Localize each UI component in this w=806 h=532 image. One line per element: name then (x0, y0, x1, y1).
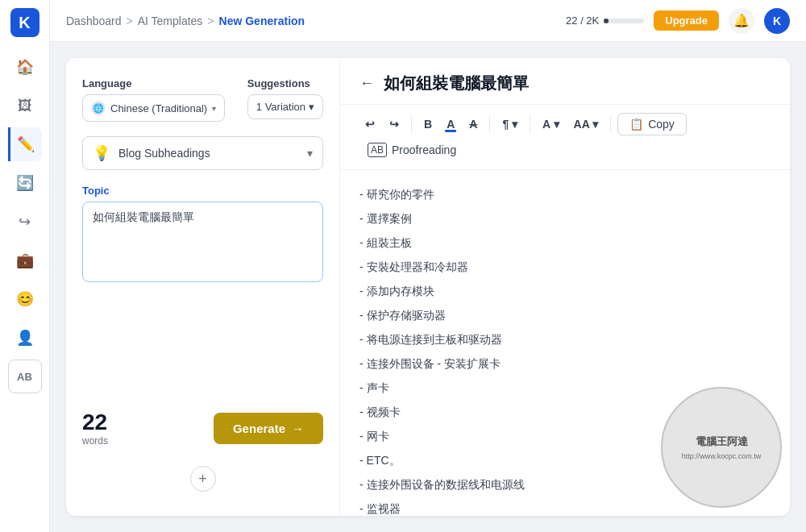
notification-button[interactable]: 🔔 (729, 8, 754, 34)
sidebar-item-edit[interactable]: ✏️ (8, 127, 42, 161)
sidebar-item-home[interactable]: 🏠 (8, 50, 42, 84)
avatar-button[interactable]: K (764, 8, 790, 34)
suggestions-section: Suggestions 1 Variation ▾ (247, 77, 323, 122)
editor-title: 如何組裝電腦最簡單 (384, 73, 529, 94)
topbar: Dashboard > AI Templates > New Generatio… (50, 0, 806, 42)
topic-section: Topic 如何組裝電腦最簡單 (82, 185, 323, 285)
topbar-right: 22 / 2K Upgrade 🔔 K (566, 8, 790, 34)
template-icon: 💡 (93, 144, 110, 162)
sidebar-item-refresh[interactable]: 🔄 (8, 166, 42, 200)
font-size-button[interactable]: A ▾ (537, 114, 564, 135)
word-count-section: 22 words (82, 409, 108, 447)
sidebar-item-image[interactable]: 🖼 (8, 89, 42, 123)
suggestions-selector[interactable]: 1 Variation ▾ (247, 94, 323, 119)
content-line: - ETC。 (359, 449, 771, 472)
toolbar-separator-4 (610, 116, 611, 132)
back-button[interactable]: ← (359, 75, 374, 92)
content-line: - 組裝主板 (359, 231, 771, 254)
chevron-down-icon: ▾ (309, 101, 314, 113)
content-line: - 保护存储驱动器 (359, 304, 771, 326)
topic-input[interactable]: 如何組裝電腦最簡單 (82, 202, 323, 282)
toolbar-separator-3 (530, 116, 530, 132)
sidebar-item-emoji[interactable]: 😊 (8, 282, 42, 316)
proofread-icon: AB (368, 143, 387, 157)
editor-content[interactable]: - 研究你的零件- 選擇案例- 組裝主板- 安裝处理器和冷却器- 添加内存模块-… (340, 170, 790, 516)
word-count-label: words (82, 435, 108, 447)
arrow-right-icon: → (292, 422, 304, 435)
content-line: - 视频卡 (359, 401, 771, 423)
breadcrumb-sep2: > (207, 15, 214, 27)
add-row: + (82, 461, 323, 497)
proofreading-button[interactable]: AB Proofreading (359, 139, 464, 161)
proofread-label: Proofreading (392, 143, 456, 156)
template-section: 💡 Blog Subheadings ▾ (82, 136, 323, 170)
font-size-aa-button[interactable]: AA ▾ (568, 114, 604, 135)
editor-toolbar: ↩ ↪ B A A ¶ ▾ A ▾ AA ▾ 📋 Copy (340, 105, 790, 170)
add-button[interactable]: + (190, 466, 216, 492)
editor-header: ← 如何組裝電腦最簡單 (340, 58, 790, 105)
breadcrumb-parent[interactable]: AI Templates (138, 15, 203, 27)
breadcrumb-sep1: > (127, 15, 133, 27)
breadcrumb: Dashboard > AI Templates > New Generatio… (66, 15, 305, 27)
language-value: Chinese (Traditional) (110, 102, 207, 114)
toolbar-separator-2 (489, 116, 490, 132)
content-line: - 添加内存模块 (359, 280, 771, 302)
content-line: - 研究你的零件 (359, 183, 771, 206)
content-line: - 安裝处理器和冷却器 (359, 256, 771, 278)
chevron-down-icon: ▾ (212, 104, 216, 113)
sidebar-item-briefcase[interactable]: 💼 (8, 243, 42, 277)
word-count-number: 22 (82, 409, 108, 435)
content-line: - 连接外围设备的数据线和电源线 (359, 473, 771, 496)
sidebar: K 🏠 🖼 ✏️ 🔄 ↪ 💼 😊 👤 AB (0, 0, 50, 532)
template-selector[interactable]: 💡 Blog Subheadings ▾ (82, 136, 323, 170)
template-label: Blog Subheadings (118, 147, 210, 160)
word-count-bar (604, 19, 644, 23)
breadcrumb-current: New Generation (219, 15, 305, 27)
language-section: Language 🌐 Chinese (Traditional) ▾ (82, 77, 236, 122)
editor-panel: ← 如何組裝電腦最簡單 ↩ ↪ B A A ¶ ▾ A ▾ AA ▾ (340, 58, 790, 516)
generate-label: Generate (233, 422, 285, 435)
main-card: Language 🌐 Chinese (Traditional) ▾ Sugge… (66, 58, 790, 516)
toolbar-separator (411, 116, 412, 132)
sidebar-item-user[interactable]: 👤 (8, 321, 42, 355)
suggestions-label: Suggestions (247, 77, 323, 89)
language-label: Language (82, 77, 236, 89)
strikethrough-button[interactable]: A (463, 114, 483, 135)
flag-icon: 🌐 (91, 101, 106, 115)
content-line: - 声卡 (359, 376, 771, 399)
suggestions-value: 1 Variation (256, 101, 305, 113)
bottom-row: 22 words Generate → (82, 401, 323, 447)
content-line: - 网卡 (359, 425, 771, 447)
copy-label: Copy (648, 118, 675, 131)
copy-button[interactable]: 📋 Copy (617, 113, 687, 135)
copy-icon: 📋 (629, 118, 643, 131)
left-panel: Language 🌐 Chinese (Traditional) ▾ Sugge… (66, 58, 340, 516)
sidebar-item-text[interactable]: AB (8, 360, 42, 393)
app-logo[interactable]: K (10, 8, 39, 37)
word-count-display: 22 / 2K (566, 15, 644, 27)
redo-button[interactable]: ↪ (384, 114, 405, 135)
chevron-down-icon: ▾ (307, 147, 313, 160)
undo-button[interactable]: ↩ (359, 114, 380, 135)
language-selector[interactable]: 🌐 Chinese (Traditional) ▾ (82, 94, 225, 122)
content-line: - 监视器 (359, 497, 771, 516)
content-line: - 選擇案例 (359, 207, 771, 230)
bold-button[interactable]: B (418, 114, 438, 135)
content-line: - 将电源连接到主板和驱动器 (359, 328, 771, 351)
content-line: - 连接外围设备 - 安装扩展卡 (359, 352, 771, 375)
topic-label: Topic (82, 185, 323, 197)
word-count-fill (604, 19, 609, 23)
main-content: Language 🌐 Chinese (Traditional) ▾ Sugge… (50, 42, 806, 532)
generate-button[interactable]: Generate → (214, 413, 323, 444)
lang-suggestions-row: Language 🌐 Chinese (Traditional) ▾ Sugge… (82, 77, 323, 122)
sidebar-item-reply[interactable]: ↪ (8, 205, 42, 239)
font-color-button[interactable]: A (441, 114, 460, 135)
paragraph-button[interactable]: ¶ ▾ (496, 114, 523, 135)
upgrade-button[interactable]: Upgrade (654, 10, 719, 31)
breadcrumb-home[interactable]: Dashboard (66, 15, 122, 27)
